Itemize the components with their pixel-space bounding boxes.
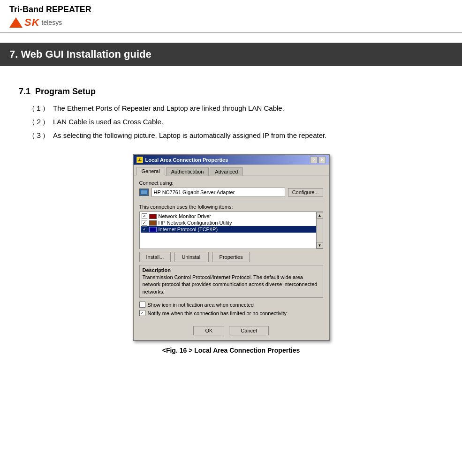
list-item-row-3[interactable]: ✓ Internet Protocol (TCP/IP): [141, 226, 322, 233]
scroll-up[interactable]: ▲: [317, 212, 323, 219]
titlebar-left: 🖧 Local Area Connection Properties: [136, 157, 228, 163]
checkbox-row-1[interactable]: Show icon in notification area when conn…: [139, 302, 323, 308]
dialog-title: Local Area Connection Properties: [145, 157, 228, 163]
step-item-2: （２） LAN Cable is used as Cross Cable.: [28, 118, 443, 127]
step-text-2: LAN Cable is used as Cross Cable.: [53, 118, 163, 126]
list-checkbox-3[interactable]: ✓: [142, 227, 147, 232]
hp-config-icon: [149, 220, 157, 226]
items-listbox[interactable]: ✓ Network Monitor Driver ✓ HP Network Co…: [139, 212, 323, 249]
page-header: Tri-Band REPEATER SK telesys: [0, 0, 462, 33]
show-icon-label: Show icon in notification area when conn…: [148, 302, 254, 308]
dialog-footer: OK Cancel: [134, 323, 329, 340]
network-monitor-icon: [149, 214, 157, 219]
step-text-3: As selecting the following picture, Lapt…: [53, 131, 326, 139]
tab-advanced[interactable]: Advanced: [210, 167, 243, 176]
uninstall-button[interactable]: Uninstall: [174, 252, 208, 262]
description-text: Transmission Control Protocol/Internet P…: [143, 274, 320, 295]
dialog-container: 🖧 Local Area Connection Properties ? ✕ G…: [19, 154, 443, 354]
install-button[interactable]: Install...: [139, 252, 171, 262]
adapter-name: HP NC7761 Gigabit Server Adapter: [151, 188, 285, 197]
tab-authentication[interactable]: Authentication: [166, 167, 209, 176]
step-num-1: （１）: [28, 104, 49, 113]
step-text-1: The Ethernet Ports of Repeater and Lapto…: [53, 104, 284, 112]
page-title: Tri-Band REPEATER: [9, 5, 453, 15]
list-item-label-2: HP Network Configuration Utility: [159, 220, 232, 226]
scroll-track: [317, 219, 323, 242]
description-box: Description Transmission Control Protoco…: [139, 265, 323, 298]
section-title: 7. Web GUI Installation guide: [9, 48, 151, 60]
section-header: 7. Web GUI Installation guide: [0, 43, 462, 66]
step-list: （１） The Ethernet Ports of Repeater and L…: [28, 104, 443, 140]
list-checkbox-2[interactable]: ✓: [142, 220, 147, 226]
svg-rect-1: [141, 190, 147, 194]
step-item-3: （３） As selecting the following picture, …: [28, 131, 443, 140]
listbox-inner: ✓ Network Monitor Driver ✓ HP Network Co…: [140, 212, 323, 234]
cancel-button[interactable]: Cancel: [229, 326, 268, 335]
checkbox-row-2[interactable]: ✓ Notify me when this connection has lim…: [139, 310, 323, 316]
adapter-icon: [139, 189, 149, 196]
dialog-body: Connect using: HP NC7761 Gigabit Server …: [134, 175, 329, 323]
adapter-row: HP NC7761 Gigabit Server Adapter Configu…: [139, 188, 323, 197]
scrollbar[interactable]: ▲ ▼: [316, 212, 323, 249]
list-item-label-3: Internet Protocol (TCP/IP): [159, 227, 218, 232]
items-label: This connection uses the following items…: [139, 204, 323, 210]
step-item-1: （１） The Ethernet Ports of Repeater and L…: [28, 104, 443, 113]
sk-arrow-icon: [9, 17, 23, 28]
ok-button[interactable]: OK: [193, 326, 224, 335]
titlebar-buttons[interactable]: ? ✕: [310, 157, 326, 163]
step-num-3: （３）: [28, 131, 49, 140]
description-title: Description: [143, 267, 320, 273]
figure-caption: <Fig. 16 > Local Area Connection Propert…: [162, 347, 300, 354]
configure-button[interactable]: Configure...: [288, 188, 323, 196]
notify-checkbox[interactable]: ✓: [139, 310, 145, 316]
tcpip-icon: [149, 227, 157, 232]
notify-label: Notify me when this connection has limit…: [148, 310, 287, 316]
telesys-text: telesys: [42, 19, 62, 26]
list-item-row-1[interactable]: ✓ Network Monitor Driver: [141, 213, 322, 219]
titlebar-icon: 🖧: [136, 157, 143, 163]
show-icon-checkbox[interactable]: [139, 302, 145, 308]
list-item-row-2[interactable]: ✓ HP Network Configuration Utility: [141, 219, 322, 226]
dialog-titlebar: 🖧 Local Area Connection Properties ? ✕: [134, 155, 329, 165]
action-buttons: Install... Uninstall Properties: [139, 252, 323, 262]
step-num-2: （２）: [28, 118, 49, 127]
dialog-window: 🖧 Local Area Connection Properties ? ✕ G…: [133, 154, 330, 341]
main-content: 7.1 Program Setup （１） The Ethernet Ports…: [0, 66, 462, 368]
connect-using-label: Connect using:: [139, 180, 323, 186]
tab-general[interactable]: General: [136, 167, 165, 175]
list-item-label-1: Network Monitor Driver: [159, 213, 211, 219]
sk-logo: SK telesys: [9, 16, 62, 29]
help-button[interactable]: ?: [310, 157, 318, 163]
close-button[interactable]: ✕: [318, 157, 326, 163]
company-logo: SK telesys: [9, 16, 453, 29]
divider-1: [139, 201, 323, 201]
dialog-tabs: General Authentication Advanced: [134, 165, 329, 175]
properties-button[interactable]: Properties: [212, 252, 250, 262]
scroll-down[interactable]: ▼: [317, 242, 323, 249]
subsection-title: 7.1 Program Setup: [19, 87, 443, 97]
list-checkbox-1[interactable]: ✓: [142, 213, 147, 219]
sk-brand-text: SK: [24, 16, 40, 29]
